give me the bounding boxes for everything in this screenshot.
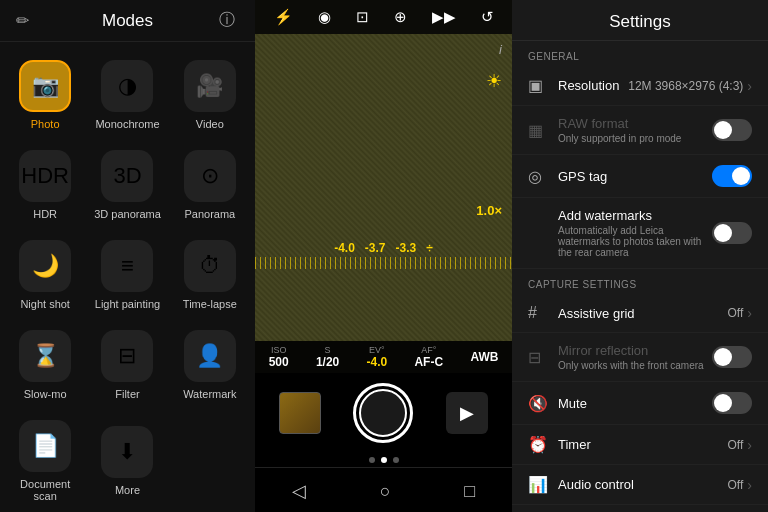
settings-panel: Settings GENERAL ▣ Resolution 12M 3968×2… (512, 0, 768, 512)
mode-item-3d-panorama[interactable]: 3D3D panorama (86, 140, 168, 230)
shutter-value: 1/20 (316, 355, 339, 369)
mute-content: Mute (558, 396, 712, 411)
timer-row[interactable]: ⏰ Timer Off › (512, 425, 768, 465)
af-param[interactable]: AF° AF-C (414, 345, 443, 369)
mode-icon-panorama: ⊙ (184, 150, 236, 202)
video-switch-button[interactable]: ▶ (446, 392, 488, 434)
mode-item-hdr[interactable]: HDRHDR (4, 140, 86, 230)
cam-back-nav[interactable]: ◁ (276, 476, 322, 506)
gps-tag-toggle[interactable] (712, 165, 752, 187)
ev-label: EV° (369, 345, 385, 355)
edit-icon[interactable]: ✏ (16, 11, 36, 30)
mode-icon-photo: 📷 (19, 60, 71, 112)
info-icon[interactable]: ⓘ (219, 10, 239, 31)
mode-item-panorama[interactable]: ⊙Panorama (169, 140, 251, 230)
mode-item-video[interactable]: 🎥Video (169, 50, 251, 140)
mode-item-monochrome[interactable]: ◑Monochrome (86, 50, 168, 140)
watermarks-subtitle: Automatically add Leica watermarks to ph… (558, 225, 712, 258)
resolution-icon: ▣ (528, 76, 554, 95)
cam-home-nav[interactable]: ○ (364, 477, 407, 506)
ev-param[interactable]: EV° -4.0 (367, 345, 388, 369)
mode-icon-slow-mo: ⌛ (19, 330, 71, 382)
raw-format-title: RAW format (558, 116, 712, 131)
mirror-row: ⊟ Mirror reflection Only works with the … (512, 333, 768, 382)
resolution-chevron: › (747, 78, 752, 94)
touch-capture-row[interactable]: ☛ Touch to capture (512, 505, 768, 512)
assistive-grid-content: Assistive grid (558, 306, 728, 321)
mode-icon-more: ⬇ (101, 426, 153, 478)
resolution-row[interactable]: ▣ Resolution 12M 3968×2976 (4:3) › (512, 66, 768, 106)
mode-item-document-scan[interactable]: 📄Document scan (4, 410, 86, 512)
mode-label-filter: Filter (115, 388, 139, 400)
cam-recents-nav[interactable]: □ (448, 477, 491, 506)
mute-row[interactable]: 🔇 Mute (512, 382, 768, 425)
exposure-sun-icon[interactable]: ☀ (486, 70, 502, 92)
timer-value: Off (728, 438, 744, 452)
audio-control-row[interactable]: 📊 Audio control Off › (512, 465, 768, 505)
modes-grid: 📷Photo◑Monochrome🎥VideoHDRHDR3D3D panora… (0, 42, 255, 512)
mirror-content: Mirror reflection Only works with the fr… (558, 343, 712, 371)
timer-icon[interactable]: ⊡ (356, 8, 369, 26)
camera-top-bar: ⚡ ◉ ⊡ ⊕ ▶▶ ↺ (255, 0, 512, 34)
assistive-grid-row[interactable]: # Assistive grid Off › (512, 294, 768, 333)
mode-item-more[interactable]: ⬇More (86, 410, 168, 512)
video-mode-icon[interactable]: ▶▶ (432, 8, 456, 26)
shutter-button[interactable] (353, 383, 413, 443)
camera-params-bar: ISO 500 S 1/20 EV° -4.0 AF° AF-C AWB (255, 341, 512, 373)
awb-param[interactable]: AWB (470, 350, 498, 364)
mode-label-night-shot: Night shot (20, 298, 70, 310)
gps-tag-row[interactable]: ◎ GPS tag (512, 155, 768, 198)
settings-icon[interactable]: ⊕ (394, 8, 407, 26)
mode-icon-video: 🎥 (184, 60, 236, 112)
thumbnail-preview[interactable] (279, 392, 321, 434)
camera-controls: ▶ (255, 373, 512, 453)
mode-item-filter[interactable]: ⊟Filter (86, 320, 168, 410)
mode-item-time-lapse[interactable]: ⏱Time-lapse (169, 230, 251, 320)
mode-item-night-shot[interactable]: 🌙Night shot (4, 230, 86, 320)
watermarks-row[interactable]: Add watermarks Automatically add Leica w… (512, 198, 768, 269)
mode-icon[interactable]: ◉ (318, 8, 331, 26)
timer-title: Timer (558, 437, 728, 452)
modes-title: Modes (36, 11, 219, 31)
mode-icon-hdr: HDR (19, 150, 71, 202)
mode-label-watermark: Watermark (183, 388, 236, 400)
mute-title: Mute (558, 396, 712, 411)
mode-icon-light-painting: ≡ (101, 240, 153, 292)
watermarks-content: Add watermarks Automatically add Leica w… (558, 208, 712, 258)
cam-dot-3 (393, 457, 399, 463)
audio-control-chevron: › (747, 477, 752, 493)
mode-item-light-painting[interactable]: ≡Light painting (86, 230, 168, 320)
raw-format-toggle (712, 119, 752, 141)
camera-pagination (255, 453, 512, 467)
mode-label-light-painting: Light painting (95, 298, 160, 310)
watermarks-toggle[interactable] (712, 222, 752, 244)
iso-param[interactable]: ISO 500 (269, 345, 289, 369)
mode-item-photo[interactable]: 📷Photo (4, 50, 86, 140)
mode-icon-time-lapse: ⏱ (184, 240, 236, 292)
mirror-title: Mirror reflection (558, 343, 712, 358)
mirror-icon: ⊟ (528, 348, 554, 367)
watermarks-title: Add watermarks (558, 208, 712, 223)
mode-item-slow-mo[interactable]: ⌛Slow-mo (4, 320, 86, 410)
raw-format-icon: ▦ (528, 121, 554, 140)
camera-nav-bar: ◁ ○ □ (255, 467, 512, 512)
audio-control-value: Off (728, 478, 744, 492)
flip-icon[interactable]: ↺ (481, 8, 494, 26)
mute-toggle[interactable] (712, 392, 752, 414)
mode-icon-watermark: 👤 (184, 330, 236, 382)
mode-icon-monochrome: ◑ (101, 60, 153, 112)
audio-control-content: Audio control (558, 477, 728, 492)
zoom-level[interactable]: 1.0× (476, 203, 502, 218)
af-label: AF° (421, 345, 436, 355)
shutter-param[interactable]: S 1/20 (316, 345, 339, 369)
mode-label-hdr: HDR (33, 208, 57, 220)
bluetooth-icon[interactable]: ⚡ (274, 8, 293, 26)
audio-control-icon: 📊 (528, 475, 554, 494)
shutter-label: S (325, 345, 331, 355)
mode-item-watermark[interactable]: 👤Watermark (169, 320, 251, 410)
raw-format-row: ▦ RAW format Only supported in pro mode (512, 106, 768, 155)
resolution-value: 12M 3968×2976 (4:3) (628, 79, 743, 93)
mode-label-document-scan: Document scan (8, 478, 82, 502)
assistive-grid-value: Off (728, 306, 744, 320)
mode-icon-filter: ⊟ (101, 330, 153, 382)
